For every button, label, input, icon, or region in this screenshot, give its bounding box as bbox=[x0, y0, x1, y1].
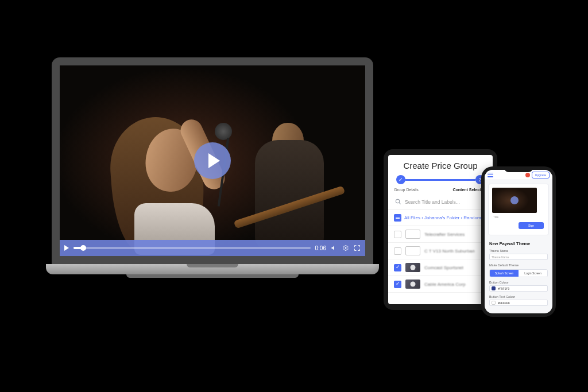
seek-bar[interactable] bbox=[74, 247, 311, 249]
content-row[interactable]: C T V13 North Suburban bbox=[388, 243, 493, 259]
seek-handle[interactable] bbox=[80, 245, 86, 251]
step-1-label: Group Details bbox=[394, 188, 419, 192]
play-pause-icon[interactable] bbox=[64, 245, 69, 251]
laptop-foot bbox=[126, 274, 299, 278]
step-connector bbox=[405, 179, 475, 181]
settings-icon[interactable] bbox=[342, 244, 349, 251]
breadcrumb[interactable]: All Files › Johanna's Folder › Random bbox=[404, 215, 481, 220]
tab-login[interactable]: Login Screen bbox=[519, 270, 547, 277]
svg-line-2 bbox=[399, 203, 401, 204]
phone-screen: Upgrade Title Sign New Paywall Theme The… bbox=[485, 170, 552, 313]
row-label: C T V13 North Suburban bbox=[424, 249, 475, 254]
tablet-mockup: Create Price Group 2 Group Details Conte… bbox=[384, 149, 497, 310]
laptop-base bbox=[46, 264, 379, 274]
notification-dot[interactable] bbox=[525, 173, 530, 177]
search-placeholder: Search Title and Labels... bbox=[405, 199, 460, 205]
content-row[interactable]: Telecrafter Services bbox=[388, 226, 493, 243]
phone-notch bbox=[504, 166, 533, 172]
search-icon bbox=[395, 199, 401, 205]
video-thumb-icon bbox=[405, 280, 420, 289]
laptop-mockup: 0:06 bbox=[46, 57, 379, 293]
volume-icon[interactable] bbox=[331, 244, 338, 251]
laptop-bezel: 0:06 bbox=[52, 57, 373, 264]
tab-splash[interactable]: Splash Screen bbox=[490, 270, 519, 277]
breadcrumb-row[interactable]: All Files › Johanna's Folder › Random bbox=[388, 210, 493, 226]
colour-value: #FFFFFF bbox=[498, 301, 510, 305]
theme-name-label: Theme Name bbox=[485, 247, 552, 253]
stepper-labels: Group Details Content Selection bbox=[388, 187, 493, 196]
colour-swatch bbox=[492, 301, 496, 305]
illustration-mic bbox=[215, 123, 232, 140]
row-checkbox[interactable] bbox=[394, 264, 401, 271]
section-title: New Paywall Theme bbox=[485, 239, 552, 247]
menu-icon[interactable] bbox=[488, 173, 493, 177]
colour-swatch bbox=[492, 286, 496, 290]
play-button[interactable] bbox=[194, 142, 231, 179]
fullscreen-icon[interactable] bbox=[354, 244, 361, 251]
make-default-label[interactable]: Make Default Theme bbox=[485, 262, 552, 267]
content-row[interactable]: Comcast Sportsnet bbox=[388, 259, 493, 276]
laptop-hinge bbox=[187, 264, 238, 267]
row-checkbox[interactable] bbox=[394, 247, 401, 255]
button-colour-input[interactable]: #F9F9F9 bbox=[489, 285, 548, 292]
step-1-dot[interactable] bbox=[396, 175, 405, 184]
video-controls: 0:06 bbox=[60, 240, 365, 256]
row-checkbox[interactable] bbox=[394, 231, 401, 238]
screen-tabs: Splash Screen Login Screen bbox=[489, 269, 548, 277]
sign-button[interactable]: Sign bbox=[519, 222, 544, 229]
row-label: Comcast Sportsnet bbox=[424, 265, 463, 270]
button-text-colour-input[interactable]: #FFFFFF bbox=[489, 300, 548, 306]
content-row[interactable]: Cable America Corp bbox=[388, 276, 493, 293]
phone-mockup: Upgrade Title Sign New Paywall Theme The… bbox=[481, 166, 556, 317]
folder-icon bbox=[405, 230, 420, 239]
row-label: Telecrafter Services bbox=[424, 232, 465, 237]
page-title: Create Price Group bbox=[388, 155, 493, 175]
upgrade-button[interactable]: Upgrade bbox=[532, 172, 550, 178]
button-colour-label: Button Colour bbox=[485, 279, 552, 285]
video-player: 0:06 bbox=[60, 65, 365, 256]
row-label: Cable America Corp bbox=[424, 282, 466, 287]
folder-icon bbox=[405, 246, 420, 255]
tablet-screen: Create Price Group 2 Group Details Conte… bbox=[388, 155, 493, 304]
colour-value: #F9F9F9 bbox=[498, 287, 509, 290]
stepper: 2 bbox=[388, 175, 493, 187]
search-input[interactable]: Search Title and Labels... bbox=[388, 196, 493, 210]
select-all-checkbox[interactable] bbox=[394, 214, 401, 222]
svg-point-0 bbox=[345, 247, 347, 249]
preview-thumbnail[interactable] bbox=[492, 188, 537, 213]
theme-name-input[interactable]: Theme Name bbox=[489, 254, 548, 260]
preview-card: Title Sign bbox=[488, 184, 549, 235]
button-text-colour-label: Button Text Colour bbox=[485, 293, 552, 299]
row-checkbox[interactable] bbox=[394, 281, 401, 288]
time-display: 0:06 bbox=[315, 245, 326, 251]
preview-title: Title bbox=[489, 214, 548, 220]
video-thumb-icon bbox=[405, 263, 420, 272]
svg-point-1 bbox=[396, 199, 399, 203]
